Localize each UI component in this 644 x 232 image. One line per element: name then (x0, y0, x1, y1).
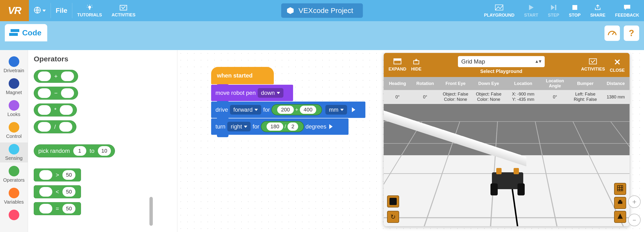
playground-select[interactable]: Grid Map ▲▼ (458, 56, 545, 67)
language-button[interactable] (29, 0, 50, 21)
op-lt-block[interactable]: <50 (34, 185, 81, 198)
expand-arrow-icon[interactable] (329, 124, 332, 129)
playground-button[interactable]: PLAYGROUND (479, 0, 519, 21)
dashboard-header: HeadingRotation Front EyeDown Eye Locati… (384, 77, 630, 90)
playground-3d-view[interactable]: ↻ (384, 104, 630, 226)
stop-button[interactable]: STOP (564, 0, 586, 21)
when-started-block[interactable]: when started (211, 67, 274, 84)
cat-drivetrain[interactable]: Drivetrain (0, 55, 28, 75)
palette-heading: Operators (34, 55, 171, 63)
step-button[interactable]: STEP (543, 0, 564, 21)
cat-sensing[interactable]: Sensing (0, 143, 28, 162)
close-button[interactable]: ✕ CLOSE (610, 57, 625, 73)
drive-direction-dropdown[interactable]: forward (230, 105, 261, 115)
pen-color-button[interactable] (387, 196, 399, 208)
heading-value: 0° (384, 95, 412, 100)
expand-button[interactable]: EXPAND (388, 58, 406, 72)
camera-chase-button[interactable] (614, 197, 626, 209)
svg-rect-3 (120, 5, 127, 10)
expand-icon (393, 58, 402, 66)
chevron-down-icon (244, 126, 247, 128)
activities-button[interactable]: ACTIVITIES (107, 0, 140, 21)
script-stack[interactable]: when started move robot pen down drive f… (211, 67, 366, 135)
activities-icon (120, 4, 127, 11)
share-icon (594, 3, 601, 11)
playground-header: EXPAND HIDE Grid Map ▲▼ Select Playgroun… (384, 53, 630, 77)
svg-rect-16 (619, 200, 621, 202)
svg-rect-2 (89, 8, 90, 10)
location-angle-value: 0° (541, 95, 569, 100)
move-pen-block[interactable]: move robot pen down (211, 85, 293, 101)
activities-icon (589, 58, 597, 66)
gauge-icon (607, 28, 617, 38)
feedback-button[interactable]: FEEDBACK (610, 0, 644, 21)
palette-scrollbar[interactable] (150, 197, 153, 226)
svg-rect-8 (572, 5, 577, 10)
rotation-value: 0° (412, 95, 439, 100)
expand-arrow-icon[interactable] (352, 107, 355, 112)
op-div-block[interactable]: / (34, 120, 76, 133)
share-button[interactable]: SHARE (586, 0, 610, 21)
project-name-field[interactable]: VEXcode Project (281, 3, 363, 18)
script-canvas[interactable]: when started move robot pen down drive f… (178, 50, 644, 232)
turn-block[interactable]: turn right for 180 / 2 degrees (211, 118, 348, 135)
value-2[interactable]: 2 (288, 123, 298, 131)
svg-marker-5 (529, 5, 534, 10)
camera-top-button[interactable] (614, 183, 626, 195)
cat-magnet[interactable]: Magnet (0, 77, 28, 97)
op-sub-block[interactable]: − (34, 87, 78, 100)
pen-direction-dropdown[interactable]: down (258, 88, 284, 98)
div-expression[interactable]: 180 / 2 (261, 121, 304, 132)
op-eq-block[interactable]: =50 (34, 202, 81, 215)
value-400[interactable]: 400 (300, 106, 316, 114)
op-gt-block[interactable]: >50 (34, 169, 81, 182)
blocks-icon (10, 29, 19, 36)
pg-activities-button[interactable]: ACTIVITIES (581, 58, 605, 72)
op-random-block[interactable]: pick random1to10 (34, 144, 115, 157)
category-strip: Drivetrain Magnet Looks Control Sensing … (0, 50, 28, 232)
zoom-in-button[interactable]: ＋ (628, 196, 641, 208)
chevron-down-icon (42, 10, 46, 12)
value-200[interactable]: 200 (277, 106, 294, 114)
svg-rect-11 (394, 59, 401, 60)
stop-label: STOP (569, 13, 580, 18)
add-expression[interactable]: 200 + 400 (272, 104, 322, 115)
svg-rect-15 (618, 202, 622, 204)
select-arrows-icon: ▲▼ (534, 59, 541, 64)
camera-first-person-button[interactable] (614, 211, 626, 223)
file-menu[interactable]: File (51, 0, 72, 21)
robot (492, 172, 523, 194)
zoom-out-button[interactable]: － (628, 214, 641, 226)
chevron-down-icon (340, 109, 344, 111)
distance-value: 1380 mm (602, 95, 630, 100)
cat-control[interactable]: Control (0, 121, 28, 141)
cat-myblocks[interactable] (0, 208, 28, 223)
feedback-label: FEEDBACK (615, 13, 639, 18)
cat-looks[interactable]: Looks (0, 99, 28, 119)
dashboard-toggle-button[interactable] (604, 25, 620, 41)
project-name-text: VEXcode Project (298, 6, 353, 15)
play-icon (528, 3, 534, 11)
lightbulb-icon (86, 4, 93, 11)
code-tab-label: Code (22, 28, 42, 37)
op-add-block[interactable]: + (34, 70, 78, 83)
start-label: START (524, 13, 538, 18)
activities-label: ACTIVITIES (112, 12, 136, 17)
drive-block[interactable]: drive forward for 200 + 400 mm (211, 102, 366, 118)
zoom-controls: ＋ － (628, 196, 641, 226)
hide-button[interactable]: HIDE (411, 58, 422, 72)
second-toolbar: Code ? (0, 21, 644, 50)
cat-variables[interactable]: Variables (0, 186, 28, 206)
tab-code[interactable]: Code (5, 24, 47, 41)
unit-dropdown[interactable]: mm (325, 105, 347, 115)
reset-button[interactable]: ↻ (387, 211, 399, 223)
help-button[interactable]: ? (624, 25, 639, 41)
start-button[interactable]: START (520, 0, 543, 21)
down-eye-value: Object: FalseColor: None (472, 92, 506, 102)
value-180[interactable]: 180 (266, 123, 283, 131)
tutorials-button[interactable]: TUTORIALS (72, 0, 107, 21)
chevron-down-icon (277, 92, 280, 94)
turn-direction-dropdown[interactable]: right (227, 122, 251, 131)
cat-operators[interactable]: Operators (0, 164, 28, 184)
op-mul-block[interactable]: * (34, 103, 77, 116)
